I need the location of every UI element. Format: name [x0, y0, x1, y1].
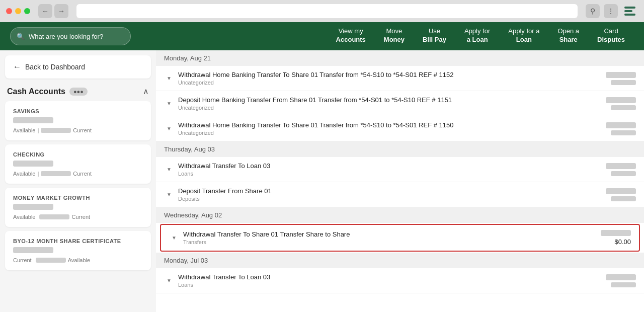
- tx-amount-sub-blurred: [611, 80, 636, 85]
- money-market-current-label: Current: [71, 214, 90, 220]
- transaction-row[interactable]: ▼ Withdrawal Transfer To Loan 03 Loans: [156, 268, 644, 293]
- checking-account-number: [13, 161, 53, 167]
- tx-desc: Withdrawal Home Banking Transfer To Shar…: [178, 71, 592, 79]
- back-to-dashboard-button[interactable]: ← Back to Dashboard: [5, 55, 151, 79]
- close-button[interactable]: [6, 8, 12, 14]
- menu-toolbar-icon[interactable]: ⋮: [604, 4, 618, 18]
- expand-icon[interactable]: ▼: [169, 233, 179, 243]
- nav-open-share[interactable]: Open a Share: [548, 22, 588, 50]
- tx-amount-sub-blurred: [611, 196, 636, 201]
- nav-open-share-line1: Open a: [557, 27, 579, 36]
- search-box[interactable]: 🔍 What are you looking for?: [10, 27, 131, 45]
- tx-amounts: [596, 97, 636, 110]
- tx-details: Withdrawal Home Banking Transfer To Shar…: [174, 121, 596, 136]
- share-cert-account-number: [13, 247, 53, 253]
- nav-card-disputes[interactable]: Card Disputes: [588, 22, 634, 50]
- back-browser-button[interactable]: ←: [38, 4, 52, 18]
- expand-icon[interactable]: ▼: [164, 190, 174, 200]
- tx-details: Withdrawal Transfer To Share 01 Transfer…: [179, 230, 591, 245]
- tx-category: Uncategorized: [178, 80, 592, 86]
- tx-amount-blurred: [606, 188, 636, 194]
- tx-amount-blurred: [606, 72, 636, 78]
- nav-apply-loan2[interactable]: Apply for a Loan: [499, 22, 548, 50]
- share-cert-account-meta: Current Available: [13, 257, 143, 263]
- separator: |: [37, 127, 39, 133]
- money-market-account-meta: Available Current: [13, 214, 143, 220]
- back-arrow-icon: ←: [13, 62, 21, 71]
- tx-amount-sub-blurred: [611, 105, 636, 110]
- money-market-available-label: Available: [13, 214, 35, 220]
- tx-category: Uncategorized: [178, 130, 592, 136]
- highlighted-transaction-row[interactable]: ▼ Withdrawal Transfer To Share 01 Transf…: [160, 224, 640, 252]
- share-cert-current-label: Current: [13, 257, 32, 263]
- share-cert-account-card[interactable]: BYO-12 MONTH SHARE CERTIFICATE Current A…: [5, 231, 151, 270]
- separator2: |: [37, 171, 39, 177]
- money-market-account-number: [13, 204, 53, 210]
- nav-apply-loan-line2: a Loan: [467, 36, 488, 44]
- expand-icon[interactable]: ▼: [164, 99, 174, 109]
- search-icon: 🔍: [17, 33, 25, 40]
- money-market-account-card[interactable]: MONEY MARKET GROWTH Available Current: [5, 188, 151, 227]
- expand-icon[interactable]: ▼: [164, 165, 174, 175]
- expand-icon[interactable]: ▼: [164, 73, 174, 84]
- tx-desc: Deposit Transfer From Share 01: [178, 187, 592, 195]
- money-market-available-amount: [39, 214, 69, 219]
- nav-links: View my Accounts Move Money Use Bill Pay…: [327, 22, 634, 50]
- nav-move-money-line1: Move: [386, 27, 403, 36]
- nav-view-accounts[interactable]: View my Accounts: [327, 22, 375, 50]
- chevron-up-icon[interactable]: ∧: [143, 87, 149, 96]
- date-header-jul03: Monday, Jul 03: [156, 253, 644, 268]
- tx-category: Uncategorized: [178, 105, 592, 111]
- search-toolbar-icon[interactable]: ⚲: [586, 4, 600, 18]
- checking-account-type: CHECKING: [13, 151, 143, 158]
- tx-amounts: [596, 188, 636, 201]
- tx-details: Withdrawal Home Banking Transfer To Shar…: [174, 71, 596, 86]
- cash-accounts-section-header: Cash Accounts ●●● ∧: [5, 87, 151, 96]
- title-bar: ← → ⚲ ⋮: [0, 0, 644, 22]
- tx-details: Deposit Home Banking Transfer From Share…: [174, 96, 596, 111]
- transaction-row[interactable]: ▼ Deposit Home Banking Transfer From Sha…: [156, 91, 644, 116]
- tx-desc: Withdrawal Transfer To Loan 03: [178, 162, 592, 170]
- tx-amounts: [596, 72, 636, 85]
- checking-account-card[interactable]: CHECKING Available | Current: [5, 144, 151, 184]
- nav-move-money[interactable]: Move Money: [375, 22, 414, 50]
- brand-logo: [622, 3, 638, 19]
- share-cert-available-label: Available: [68, 257, 90, 263]
- money-market-account-type: MONEY MARKET GROWTH: [13, 195, 143, 201]
- nav-bill-pay-line2: Bill Pay: [423, 36, 446, 44]
- back-to-dashboard-label: Back to Dashboard: [25, 63, 85, 71]
- savings-account-type: SAVINGS: [13, 108, 143, 114]
- savings-available-label: Available: [13, 127, 35, 133]
- browser-nav-buttons: ← →: [38, 4, 68, 18]
- savings-current-label: Current: [73, 127, 92, 133]
- transaction-row[interactable]: ▼ Deposit Transfer From Share 01 Deposit…: [156, 182, 644, 207]
- transaction-row[interactable]: ▼ Withdrawal Transfer To Loan 03 Loans: [156, 157, 644, 182]
- nav-apply-loan[interactable]: Apply for a Loan: [455, 22, 499, 50]
- nav-apply-loan2-line1: Apply for a: [508, 27, 539, 36]
- transactions-list: Monday, Aug 21 ▼ Withdrawal Home Banking…: [156, 50, 644, 293]
- savings-account-card[interactable]: SAVINGS Available | Current: [5, 101, 151, 140]
- nav-move-money-line2: Money: [384, 36, 405, 44]
- traffic-lights: [6, 8, 30, 14]
- fullscreen-button[interactable]: [24, 8, 30, 14]
- tx-details: Withdrawal Transfer To Loan 03 Loans: [174, 273, 596, 288]
- savings-account-number: [13, 117, 53, 123]
- search-placeholder: What are you looking for?: [29, 33, 103, 40]
- tx-category: Deposits: [178, 196, 592, 202]
- share-cert-current-amount: [36, 258, 66, 263]
- tx-amount-blurred: [606, 163, 636, 169]
- transaction-row[interactable]: ▼ Withdrawal Home Banking Transfer To Sh…: [156, 66, 644, 91]
- expand-icon[interactable]: ▼: [164, 124, 174, 134]
- checking-available-amount: [41, 171, 71, 176]
- transaction-row[interactable]: ▼ Withdrawal Home Banking Transfer To Sh…: [156, 116, 644, 141]
- checking-available-label: Available: [13, 171, 35, 177]
- nav-bill-pay[interactable]: Use Bill Pay: [414, 22, 455, 50]
- tx-category: Loans: [178, 282, 592, 288]
- minimize-button[interactable]: [15, 8, 21, 14]
- forward-browser-button[interactable]: →: [54, 4, 68, 18]
- tx-amounts: [596, 274, 636, 287]
- url-bar[interactable]: [76, 4, 578, 18]
- expand-icon[interactable]: ▼: [164, 276, 174, 286]
- tx-amounts: [596, 122, 636, 135]
- tx-desc: Withdrawal Home Banking Transfer To Shar…: [178, 121, 592, 129]
